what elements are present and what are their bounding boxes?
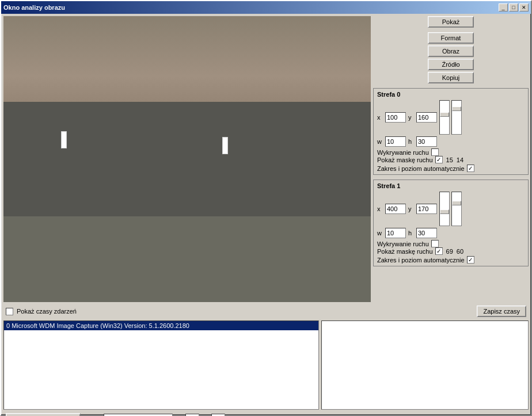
building-row: [3, 16, 371, 116]
strefa1-y-label: y: [408, 205, 414, 212]
strefa0-h-label: h: [408, 138, 414, 145]
strefa1-wykrywanie-label: Wykrywanie ruchu: [377, 241, 429, 247]
strefa1-slider1[interactable]: [439, 192, 450, 226]
strefa0-slider1[interactable]: [439, 100, 450, 135]
strefa1-pokaz-maske-label: Pokaż maskę ruchu: [377, 248, 433, 255]
strefa0-h-input[interactable]: [416, 136, 437, 147]
strefa1-sliders: [439, 192, 462, 226]
strefa1-count1: 69: [446, 248, 453, 255]
obraz-button[interactable]: Obraz: [428, 45, 474, 57]
road: [3, 102, 371, 216]
strefa0-count1: 15: [446, 157, 453, 163]
strefa0-title: Strefa 0: [377, 91, 525, 98]
pokaz-czasy-row: Pokaż czasy zdarzeń Zapisz czasy: [3, 304, 529, 318]
strefa0-zakres-label: Zakres i poziom automatycznie: [377, 165, 465, 172]
video-area: [3, 16, 371, 302]
strefa1-x-label: x: [377, 205, 383, 212]
napis-input[interactable]: [104, 414, 173, 416]
strefa1-wykrywanie-checkbox[interactable]: [431, 240, 439, 247]
strefa0-auto-row: Zakres i poziom automatycznie: [377, 165, 525, 172]
strefa0-pokaz-maske-checkbox[interactable]: [435, 156, 443, 163]
strefa0-x-input[interactable]: [385, 112, 406, 123]
strefa1-wykrywanie-row: Wykrywanie ruchu: [377, 240, 525, 247]
format-button[interactable]: Format: [428, 32, 474, 44]
strefa1-auto-row: Zakres i poziom automatycznie: [377, 256, 525, 264]
strefa0-wh-row: w h: [377, 136, 525, 147]
strefa1-y-input[interactable]: [416, 204, 437, 214]
zapisz-czasy-button[interactable]: Zapisz czasy: [477, 306, 526, 317]
street-scene: [3, 16, 371, 302]
window-title: Okno analizy obrazu: [3, 4, 65, 11]
x-input[interactable]: [185, 414, 199, 416]
strefa1-pokaz-maske-row: Pokaż maskę ruchu 69 60: [377, 247, 525, 255]
bottom-panels: 0 Microsoft WDM Image Capture (Win32) Ve…: [3, 320, 529, 410]
strefa0-sliders: [439, 100, 462, 135]
strefa0-slider2-thumb: [452, 106, 461, 111]
strefa0-pokaz-maske-row: Pokaż maskę ruchu 15 14: [377, 156, 525, 163]
window-content: Pokaż Format Obraz Źródło Kopiuj Strefa …: [1, 14, 531, 416]
minimize-button[interactable]: _: [499, 3, 508, 12]
main-window: Okno analizy obrazu _ □ ✕: [0, 0, 532, 416]
strefa0-wykrywanie-row: Wykrywanie ruchu: [377, 148, 525, 156]
sidewalk-bottom: [3, 216, 371, 302]
strefa1-auto-checkbox[interactable]: [467, 256, 474, 264]
close-button[interactable]: ✕: [519, 3, 529, 12]
strefa1-box: Strefa 1 x y: [373, 180, 529, 266]
zrodlo-button[interactable]: Źródło: [428, 59, 474, 70]
zone-marker-0: [61, 131, 67, 148]
strefa0-x-label: x: [377, 114, 383, 121]
y-input[interactable]: [211, 414, 225, 416]
strefa1-h-label: h: [408, 230, 414, 236]
log-panel2: [321, 320, 529, 410]
strefa0-wykrywanie-label: Wykrywanie ruchu: [377, 149, 429, 156]
strefa0-w-label: w: [377, 138, 383, 145]
strefa1-wh-row: w h: [377, 228, 525, 238]
strefa0-auto-checkbox[interactable]: [467, 165, 474, 172]
strefa1-slider2-thumb: [452, 201, 461, 205]
strefa1-pokaz-maske-checkbox[interactable]: [435, 247, 443, 255]
title-bar-controls: _ □ ✕: [499, 3, 529, 12]
pokaz-czasy-label: Pokaż czasy zdarzeń: [17, 308, 77, 315]
strefa1-w-input[interactable]: [385, 228, 406, 238]
strefa1-w-label: w: [377, 230, 383, 236]
controls-panel: Pokaż Format Obraz Źródło Kopiuj Strefa …: [373, 16, 529, 302]
strefa1-zakres-label: Zakres i poziom automatycznie: [377, 257, 465, 264]
title-bar: Okno analizy obrazu _ □ ✕: [1, 1, 531, 14]
kopiuj-button[interactable]: Kopiuj: [428, 72, 474, 83]
strefa1-slider1-thumb: [440, 209, 449, 214]
pokaz-top-area: Pokaż: [373, 16, 529, 28]
strefa1-title: Strefa 1: [377, 182, 525, 189]
strefa1-xy-row: x y: [377, 192, 525, 226]
top-section: Pokaż Format Obraz Źródło Kopiuj Strefa …: [3, 16, 529, 302]
strefa0-y-input[interactable]: [416, 112, 437, 123]
strefa0-box: Strefa 0 x y: [373, 88, 529, 175]
strefa0-count2: 14: [457, 157, 463, 163]
zone-marker-1: [222, 137, 228, 154]
strefa0-slider1-thumb: [440, 112, 449, 117]
bottom-bar: Pokaż listę grabberów Napis x y: [3, 412, 529, 416]
button-group: Format Obraz Źródło Kopiuj: [373, 32, 529, 83]
strefa1-slider2[interactable]: [451, 192, 462, 226]
log-header: 0 Microsoft WDM Image Capture (Win32) Ve…: [4, 321, 318, 330]
strefa0-pokaz-maske-label: Pokaż maskę ruchu: [377, 157, 433, 163]
strefa0-y-label: y: [408, 114, 414, 121]
strefa1-h-input[interactable]: [416, 228, 437, 238]
pokaz-czasy-checkbox[interactable]: [6, 308, 13, 315]
log-content: [4, 330, 318, 409]
strefa1-count2: 60: [457, 248, 463, 255]
strefa0-wykrywanie-checkbox[interactable]: [431, 148, 439, 156]
strefa0-w-input[interactable]: [385, 136, 406, 147]
log-panel: 0 Microsoft WDM Image Capture (Win32) Ve…: [3, 320, 319, 410]
maximize-button[interactable]: □: [509, 3, 518, 12]
pokaz-button[interactable]: Pokaż: [428, 16, 474, 28]
strefa1-x-input[interactable]: [385, 204, 406, 214]
strefa0-xy-row: x y: [377, 100, 525, 135]
napis-row: Napis: [85, 414, 173, 416]
pokaz-liste-button[interactable]: Pokaż listę grabberów: [6, 413, 81, 416]
strefa0-slider2[interactable]: [451, 100, 462, 135]
